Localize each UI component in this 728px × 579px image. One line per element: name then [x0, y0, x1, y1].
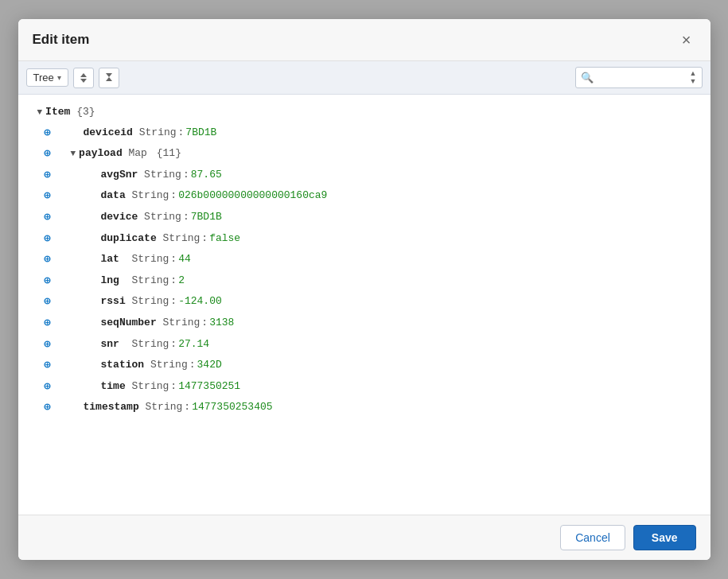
payload-toggle[interactable]: ▼: [71, 146, 76, 162]
tree-row: ⊕ avgSnr String : 87.65: [29, 165, 699, 186]
add-icon[interactable]: ⊕: [42, 207, 53, 228]
search-icon: 🔍: [581, 72, 594, 84]
add-icon[interactable]: ⊕: [42, 313, 53, 334]
colon: :: [201, 229, 208, 249]
add-icon[interactable]: ⊕: [42, 270, 53, 292]
key-label: lng: [101, 271, 119, 291]
key-label: station: [101, 356, 145, 375]
colon: :: [184, 398, 190, 418]
type-label: String: [139, 398, 183, 418]
value-label: -124.00: [178, 292, 222, 312]
type-label: String: [144, 356, 188, 375]
cancel-button[interactable]: Cancel: [560, 525, 625, 550]
key-label: avgSnr: [101, 165, 138, 185]
key-label: snr: [101, 335, 119, 355]
colon: :: [201, 313, 208, 333]
value-label: 7BD1B: [191, 208, 222, 227]
type-label: String: [138, 208, 181, 227]
key-label: duplicate: [101, 229, 157, 249]
type-label: String: [119, 335, 169, 355]
root-count: {3}: [70, 103, 95, 122]
key-label: payload: [79, 144, 123, 164]
type-label: String: [126, 292, 169, 312]
search-box[interactable]: 🔍 ▲ ▼: [575, 67, 703, 88]
tree-row: ⊕ lat String : 44: [29, 249, 699, 270]
add-icon[interactable]: ⊕: [42, 143, 53, 165]
colon: :: [170, 335, 177, 355]
value-label: 7BD1B: [185, 123, 216, 143]
search-arrows: ▲ ▼: [690, 70, 697, 85]
value-label: false: [209, 229, 240, 249]
modal-overlay: Edit item × Tree ▾: [0, 0, 728, 579]
edit-item-modal: Edit item × Tree ▾: [18, 19, 710, 560]
expand-icon: [80, 73, 87, 83]
tree-row: ⊕ deviceid String : 7BD1B: [29, 122, 699, 144]
modal-title: Edit item: [33, 32, 90, 48]
tree-row: ⊕ timestamp String : 1477350253405: [29, 397, 699, 418]
modal-header: Edit item ×: [18, 19, 710, 61]
add-icon[interactable]: ⊕: [42, 355, 53, 376]
save-button[interactable]: Save: [633, 525, 696, 550]
key-label: lat: [101, 250, 119, 270]
tree-row: ⊕ rssi String : -124.00: [29, 291, 699, 313]
add-icon[interactable]: ⊕: [42, 122, 53, 144]
type-label: String: [126, 377, 169, 397]
root-row: ▼ Item {3}: [29, 103, 699, 122]
value-label: {11}: [157, 144, 181, 164]
add-icon[interactable]: ⊕: [42, 165, 53, 186]
type-label: String: [157, 313, 200, 333]
add-icon[interactable]: ⊕: [42, 185, 53, 207]
tree-row: ⊕ lng String : 2: [29, 270, 699, 292]
value-label: 87.65: [191, 165, 222, 185]
add-icon[interactable]: ⊕: [42, 376, 53, 398]
root-key: Item: [45, 103, 70, 122]
tree-caret: ▾: [57, 73, 61, 82]
colon: [149, 144, 155, 164]
tree-row: ⊕ time String : 1477350251: [29, 376, 699, 398]
value-label: 026b00000000000000160ca9: [178, 186, 327, 206]
tree-row: ⊕ snr String : 27.14: [29, 334, 699, 356]
tree-row: ⊕ duplicate String : false: [29, 228, 699, 250]
modal-body: Tree ▾ 🔍: [18, 61, 710, 515]
type-label: String: [157, 229, 200, 249]
add-icon[interactable]: ⊕: [42, 397, 53, 418]
add-icon[interactable]: ⊕: [42, 291, 53, 313]
value-label: 2: [178, 271, 185, 291]
search-input[interactable]: [597, 72, 687, 84]
tree-row: ⊕ ▼ payload Map {11}: [29, 143, 699, 165]
tree-row: ⊕ seqNumber String : 3138: [29, 313, 699, 334]
value-label: 27.14: [178, 335, 209, 355]
value-label: 342D: [197, 356, 222, 375]
key-label: deviceid: [84, 123, 133, 143]
value-label: 1477350251: [178, 377, 240, 397]
search-up-arrow[interactable]: ▲: [690, 70, 697, 77]
arrow-up2-icon: [106, 77, 112, 81]
value-label: 3138: [209, 313, 234, 333]
search-down-arrow[interactable]: ▼: [690, 78, 697, 85]
key-label: rssi: [101, 292, 126, 312]
colon: :: [170, 250, 177, 270]
modal-footer: Cancel Save: [18, 515, 710, 560]
key-label: time: [101, 377, 126, 397]
value-label: 1477350253405: [192, 398, 272, 418]
add-icon[interactable]: ⊕: [42, 249, 53, 270]
tree-label: Tree: [33, 72, 54, 84]
expand-button[interactable]: [73, 68, 94, 88]
tree-row: ⊕ data String : 026b00000000000000160ca9: [29, 185, 699, 207]
type-label: String: [119, 250, 169, 270]
toolbar: Tree ▾ 🔍: [18, 61, 710, 95]
tree-dropdown[interactable]: Tree ▾: [26, 68, 68, 87]
type-label: String: [138, 165, 181, 185]
root-toggle[interactable]: ▼: [37, 104, 43, 121]
type-label: String: [119, 271, 169, 291]
add-icon[interactable]: ⊕: [42, 228, 53, 250]
arrow-up-icon: [80, 73, 87, 77]
colon: :: [183, 208, 189, 227]
tree-area: ▼ Item {3} ⊕ deviceid String : 7BD1B ⊕: [18, 95, 710, 515]
close-button[interactable]: ×: [677, 30, 696, 49]
add-icon[interactable]: ⊕: [42, 334, 53, 356]
collapse-icon: [106, 73, 112, 83]
type-label: String: [133, 123, 177, 143]
key-label: seqNumber: [101, 313, 157, 333]
collapse-button[interactable]: [99, 68, 119, 88]
